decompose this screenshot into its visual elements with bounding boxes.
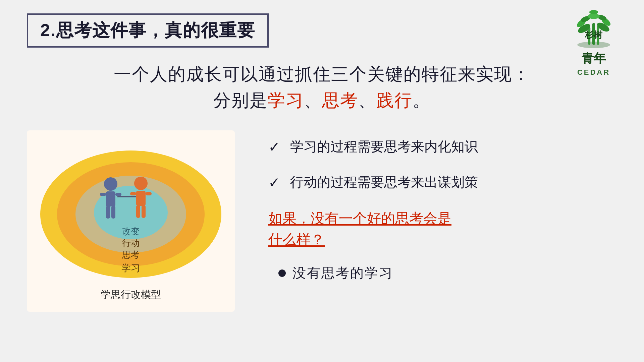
subtitle-line2: 分别是学习、思考、践行。 [27,87,617,114]
svg-rect-26 [111,206,115,219]
check-mark-1: ✓ [268,139,280,155]
check-text-2: 行动的过程需要思考来出谋划策 [290,173,478,191]
slide-title: 2.思考这件事，真的很重要 [40,20,255,40]
svg-rect-22 [106,191,115,206]
svg-point-21 [104,177,117,191]
svg-text:学习: 学习 [121,263,140,273]
cedar-logo-icon: 杉树 [564,7,624,50]
logo-area: 杉树 青年 CEDAR [564,7,624,77]
main-content: 学习 思考 行动 改变 [27,130,617,312]
svg-rect-31 [136,205,140,218]
check-item-1: ✓ 学习的过程需要思考来内化知识 [268,137,617,156]
bullet-dot-1 [278,269,286,277]
svg-text:改变: 改变 [122,226,140,236]
diagram-area: 学习 思考 行动 改变 [27,130,235,312]
svg-rect-30 [146,192,152,195]
logo-brand-cn: 青年 [582,50,606,67]
diagram-container: 学习 思考 行动 改变 [27,130,235,312]
cedar-label: CEDAR [577,68,610,77]
svg-point-27 [134,177,148,190]
subtitle-line1: 一个人的成长可以通过抓住三个关键的特征来实现： [27,61,617,87]
svg-rect-24 [115,193,121,196]
highlight-learn: 学习 [268,91,304,110]
svg-text:行动: 行动 [122,238,140,248]
svg-text:思考: 思考 [122,250,140,260]
check-mark-2: ✓ [268,174,280,191]
svg-text:杉树: 杉树 [585,30,603,40]
svg-rect-29 [130,192,136,195]
svg-point-11 [589,10,598,14]
title-box: 2.思考这件事，真的很重要 [27,13,269,48]
check-text-1: 学习的过程需要思考来内化知识 [290,137,478,156]
highlight-think: 思考 [322,91,358,110]
question-line1: 如果，没有一个好的思考会是 [268,208,617,229]
concentric-diagram: 学习 思考 行动 改变 [37,140,225,281]
check-item-2: ✓ 行动的过程需要思考来出谋划策 [268,173,617,191]
svg-rect-32 [142,205,146,218]
question-line2: 什么样？ [268,229,617,250]
subtitle-area: 一个人的成长可以通过抓住三个关键的特征来实现： 分别是学习、思考、践行。 [27,61,617,114]
slide: 2.思考这件事，真的很重要 [0,0,644,362]
svg-rect-28 [136,191,146,206]
concentric-svg: 学习 思考 行动 改变 [37,140,225,281]
svg-rect-23 [100,193,106,196]
svg-rect-25 [106,206,110,219]
bullet-item-1: 没有思考的学习 [268,264,617,282]
diagram-caption: 学思行改模型 [101,288,161,302]
right-content: ✓ 学习的过程需要思考来内化知识 ✓ 行动的过程需要思考来出谋划策 如果，没有一… [268,130,617,282]
highlight-practice: 践行 [376,91,413,110]
question-section: 如果，没有一个好的思考会是 什么样？ [268,208,617,250]
bullet-text-1: 没有思考的学习 [292,264,393,282]
